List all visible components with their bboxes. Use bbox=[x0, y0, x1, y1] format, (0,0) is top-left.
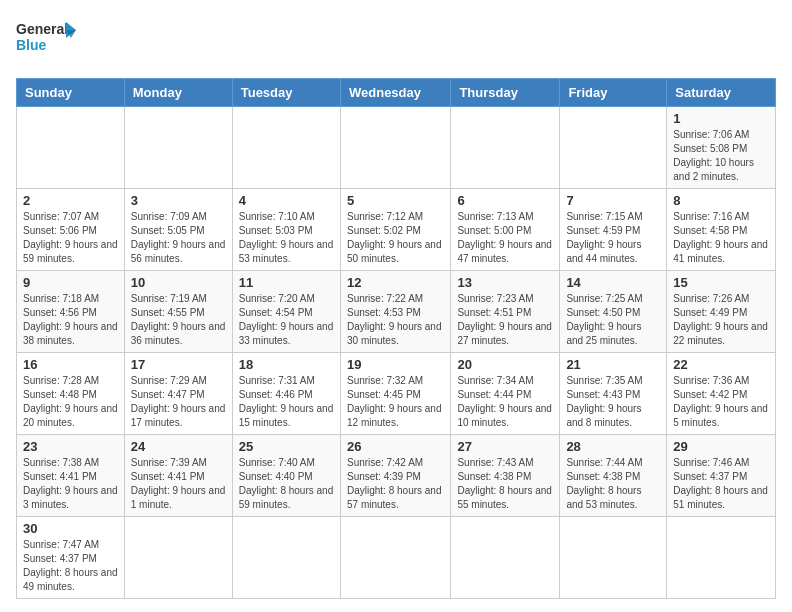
calendar-cell: 11Sunrise: 7:20 AM Sunset: 4:54 PM Dayli… bbox=[232, 271, 340, 353]
day-info: Sunrise: 7:09 AM Sunset: 5:05 PM Dayligh… bbox=[131, 210, 226, 266]
day-number: 1 bbox=[673, 111, 769, 126]
calendar-cell: 16Sunrise: 7:28 AM Sunset: 4:48 PM Dayli… bbox=[17, 353, 125, 435]
svg-text:General: General bbox=[16, 21, 68, 37]
day-info: Sunrise: 7:34 AM Sunset: 4:44 PM Dayligh… bbox=[457, 374, 553, 430]
calendar-cell: 21Sunrise: 7:35 AM Sunset: 4:43 PM Dayli… bbox=[560, 353, 667, 435]
day-number: 5 bbox=[347, 193, 444, 208]
day-info: Sunrise: 7:42 AM Sunset: 4:39 PM Dayligh… bbox=[347, 456, 444, 512]
day-info: Sunrise: 7:35 AM Sunset: 4:43 PM Dayligh… bbox=[566, 374, 660, 430]
day-info: Sunrise: 7:20 AM Sunset: 4:54 PM Dayligh… bbox=[239, 292, 334, 348]
day-info: Sunrise: 7:29 AM Sunset: 4:47 PM Dayligh… bbox=[131, 374, 226, 430]
calendar-cell: 17Sunrise: 7:29 AM Sunset: 4:47 PM Dayli… bbox=[124, 353, 232, 435]
day-info: Sunrise: 7:06 AM Sunset: 5:08 PM Dayligh… bbox=[673, 128, 769, 184]
day-number: 26 bbox=[347, 439, 444, 454]
calendar-cell: 30Sunrise: 7:47 AM Sunset: 4:37 PM Dayli… bbox=[17, 517, 125, 599]
calendar-cell: 23Sunrise: 7:38 AM Sunset: 4:41 PM Dayli… bbox=[17, 435, 125, 517]
day-number: 22 bbox=[673, 357, 769, 372]
calendar-cell bbox=[451, 107, 560, 189]
calendar-cell bbox=[340, 517, 450, 599]
day-number: 24 bbox=[131, 439, 226, 454]
day-info: Sunrise: 7:44 AM Sunset: 4:38 PM Dayligh… bbox=[566, 456, 660, 512]
day-info: Sunrise: 7:25 AM Sunset: 4:50 PM Dayligh… bbox=[566, 292, 660, 348]
day-info: Sunrise: 7:22 AM Sunset: 4:53 PM Dayligh… bbox=[347, 292, 444, 348]
day-number: 3 bbox=[131, 193, 226, 208]
calendar-cell bbox=[560, 107, 667, 189]
day-info: Sunrise: 7:18 AM Sunset: 4:56 PM Dayligh… bbox=[23, 292, 118, 348]
day-info: Sunrise: 7:12 AM Sunset: 5:02 PM Dayligh… bbox=[347, 210, 444, 266]
calendar-cell: 25Sunrise: 7:40 AM Sunset: 4:40 PM Dayli… bbox=[232, 435, 340, 517]
day-number: 14 bbox=[566, 275, 660, 290]
calendar-cell: 19Sunrise: 7:32 AM Sunset: 4:45 PM Dayli… bbox=[340, 353, 450, 435]
calendar-cell bbox=[232, 517, 340, 599]
day-number: 13 bbox=[457, 275, 553, 290]
day-number: 23 bbox=[23, 439, 118, 454]
calendar-week-row: 1Sunrise: 7:06 AM Sunset: 5:08 PM Daylig… bbox=[17, 107, 776, 189]
day-info: Sunrise: 7:32 AM Sunset: 4:45 PM Dayligh… bbox=[347, 374, 444, 430]
calendar-cell: 18Sunrise: 7:31 AM Sunset: 4:46 PM Dayli… bbox=[232, 353, 340, 435]
calendar-cell bbox=[124, 107, 232, 189]
day-number: 25 bbox=[239, 439, 334, 454]
day-info: Sunrise: 7:36 AM Sunset: 4:42 PM Dayligh… bbox=[673, 374, 769, 430]
weekday-header-thursday: Thursday bbox=[451, 79, 560, 107]
day-info: Sunrise: 7:46 AM Sunset: 4:37 PM Dayligh… bbox=[673, 456, 769, 512]
calendar-cell: 28Sunrise: 7:44 AM Sunset: 4:38 PM Dayli… bbox=[560, 435, 667, 517]
day-info: Sunrise: 7:38 AM Sunset: 4:41 PM Dayligh… bbox=[23, 456, 118, 512]
day-info: Sunrise: 7:39 AM Sunset: 4:41 PM Dayligh… bbox=[131, 456, 226, 512]
day-number: 9 bbox=[23, 275, 118, 290]
calendar-cell: 14Sunrise: 7:25 AM Sunset: 4:50 PM Dayli… bbox=[560, 271, 667, 353]
svg-text:Blue: Blue bbox=[16, 37, 47, 53]
day-number: 17 bbox=[131, 357, 226, 372]
calendar-cell: 6Sunrise: 7:13 AM Sunset: 5:00 PM Daylig… bbox=[451, 189, 560, 271]
day-number: 27 bbox=[457, 439, 553, 454]
day-number: 30 bbox=[23, 521, 118, 536]
calendar-week-row: 9Sunrise: 7:18 AM Sunset: 4:56 PM Daylig… bbox=[17, 271, 776, 353]
day-number: 16 bbox=[23, 357, 118, 372]
day-number: 29 bbox=[673, 439, 769, 454]
day-info: Sunrise: 7:43 AM Sunset: 4:38 PM Dayligh… bbox=[457, 456, 553, 512]
calendar-week-row: 30Sunrise: 7:47 AM Sunset: 4:37 PM Dayli… bbox=[17, 517, 776, 599]
calendar-cell bbox=[17, 107, 125, 189]
calendar-cell: 27Sunrise: 7:43 AM Sunset: 4:38 PM Dayli… bbox=[451, 435, 560, 517]
day-number: 4 bbox=[239, 193, 334, 208]
day-info: Sunrise: 7:15 AM Sunset: 4:59 PM Dayligh… bbox=[566, 210, 660, 266]
day-number: 10 bbox=[131, 275, 226, 290]
day-info: Sunrise: 7:31 AM Sunset: 4:46 PM Dayligh… bbox=[239, 374, 334, 430]
calendar: SundayMondayTuesdayWednesdayThursdayFrid… bbox=[16, 78, 776, 599]
calendar-cell: 10Sunrise: 7:19 AM Sunset: 4:55 PM Dayli… bbox=[124, 271, 232, 353]
calendar-cell: 15Sunrise: 7:26 AM Sunset: 4:49 PM Dayli… bbox=[667, 271, 776, 353]
day-info: Sunrise: 7:16 AM Sunset: 4:58 PM Dayligh… bbox=[673, 210, 769, 266]
weekday-header-saturday: Saturday bbox=[667, 79, 776, 107]
calendar-cell: 7Sunrise: 7:15 AM Sunset: 4:59 PM Daylig… bbox=[560, 189, 667, 271]
day-number: 20 bbox=[457, 357, 553, 372]
day-number: 19 bbox=[347, 357, 444, 372]
calendar-cell bbox=[340, 107, 450, 189]
day-info: Sunrise: 7:23 AM Sunset: 4:51 PM Dayligh… bbox=[457, 292, 553, 348]
day-info: Sunrise: 7:13 AM Sunset: 5:00 PM Dayligh… bbox=[457, 210, 553, 266]
calendar-cell: 12Sunrise: 7:22 AM Sunset: 4:53 PM Dayli… bbox=[340, 271, 450, 353]
day-number: 2 bbox=[23, 193, 118, 208]
calendar-cell: 2Sunrise: 7:07 AM Sunset: 5:06 PM Daylig… bbox=[17, 189, 125, 271]
day-info: Sunrise: 7:28 AM Sunset: 4:48 PM Dayligh… bbox=[23, 374, 118, 430]
day-number: 6 bbox=[457, 193, 553, 208]
day-number: 15 bbox=[673, 275, 769, 290]
calendar-cell bbox=[124, 517, 232, 599]
day-number: 11 bbox=[239, 275, 334, 290]
calendar-cell: 9Sunrise: 7:18 AM Sunset: 4:56 PM Daylig… bbox=[17, 271, 125, 353]
calendar-week-row: 2Sunrise: 7:07 AM Sunset: 5:06 PM Daylig… bbox=[17, 189, 776, 271]
calendar-cell: 22Sunrise: 7:36 AM Sunset: 4:42 PM Dayli… bbox=[667, 353, 776, 435]
calendar-header-row: SundayMondayTuesdayWednesdayThursdayFrid… bbox=[17, 79, 776, 107]
day-info: Sunrise: 7:10 AM Sunset: 5:03 PM Dayligh… bbox=[239, 210, 334, 266]
calendar-cell: 5Sunrise: 7:12 AM Sunset: 5:02 PM Daylig… bbox=[340, 189, 450, 271]
logo: General Blue bbox=[16, 16, 76, 66]
calendar-cell: 24Sunrise: 7:39 AM Sunset: 4:41 PM Dayli… bbox=[124, 435, 232, 517]
calendar-cell bbox=[560, 517, 667, 599]
day-number: 21 bbox=[566, 357, 660, 372]
day-info: Sunrise: 7:40 AM Sunset: 4:40 PM Dayligh… bbox=[239, 456, 334, 512]
calendar-cell: 3Sunrise: 7:09 AM Sunset: 5:05 PM Daylig… bbox=[124, 189, 232, 271]
weekday-header-tuesday: Tuesday bbox=[232, 79, 340, 107]
weekday-header-sunday: Sunday bbox=[17, 79, 125, 107]
weekday-header-monday: Monday bbox=[124, 79, 232, 107]
day-number: 18 bbox=[239, 357, 334, 372]
calendar-cell bbox=[667, 517, 776, 599]
calendar-week-row: 16Sunrise: 7:28 AM Sunset: 4:48 PM Dayli… bbox=[17, 353, 776, 435]
